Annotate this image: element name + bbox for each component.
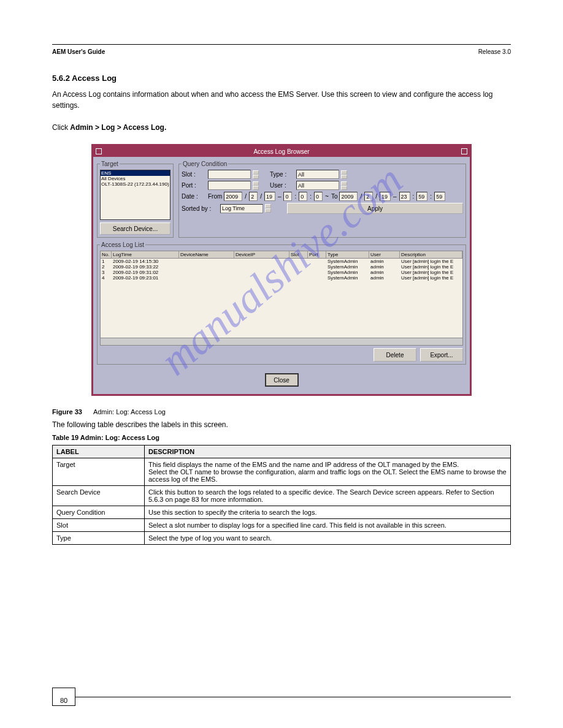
loglist-legend: Access Log List: [100, 241, 145, 248]
from-year[interactable]: 2009: [224, 192, 242, 201]
table-row[interactable]: 42009-02-19 09:23:01SystemAdminadminUser…: [101, 275, 462, 281]
page-number: 80: [52, 688, 75, 706]
col-no[interactable]: No.: [101, 251, 112, 258]
from-m[interactable]: 0: [299, 192, 307, 201]
to-year[interactable]: 2009: [339, 192, 358, 201]
to-s[interactable]: 59: [434, 192, 445, 201]
chevron-down-icon[interactable]: [341, 186, 347, 190]
user-field[interactable]: All: [296, 181, 339, 190]
table-row[interactable]: 22009-02-19 09:33:22SystemAdminadminUser…: [101, 264, 462, 270]
port-field[interactable]: [208, 181, 251, 190]
col-logtime[interactable]: LogTime: [112, 251, 179, 258]
chevron-down-icon[interactable]: [253, 175, 259, 179]
apply-button[interactable]: Apply: [287, 203, 463, 214]
col-devname[interactable]: DeviceName: [179, 251, 234, 258]
page-header: AEM User's Guide Release 3.0: [52, 48, 511, 55]
chevron-up-icon[interactable]: [265, 204, 271, 208]
target-item-selected[interactable]: ENS: [101, 170, 170, 176]
query-legend: Query Condition: [182, 161, 228, 167]
type-label: Type :: [270, 171, 294, 178]
delete-button[interactable]: Delete: [373, 348, 416, 362]
to-label: To: [331, 193, 338, 200]
to-m[interactable]: 59: [416, 192, 427, 201]
chevron-down-icon[interactable]: [341, 175, 347, 179]
log-header: No. LogTime DeviceName DeviceIP Slot Por…: [100, 251, 463, 259]
chevron-up-icon[interactable]: [253, 181, 259, 186]
port-spinner[interactable]: [253, 181, 259, 190]
col-user[interactable]: User: [369, 251, 400, 258]
col-devip[interactable]: DeviceIP: [234, 251, 289, 258]
col-type[interactable]: Type: [326, 251, 369, 258]
table-row: TargetThis field displays the name of th…: [53, 458, 511, 486]
horizontal-scrollbar[interactable]: [100, 338, 463, 346]
th-label: LABEL: [53, 446, 145, 458]
col-port[interactable]: Port: [308, 251, 326, 258]
table-title: Table 19 Admin: Log: Access Log: [52, 434, 511, 441]
titlebar: Access Log Browser: [93, 146, 470, 157]
table-row: Query ConditionUse this section to speci…: [53, 506, 511, 519]
description-table: LABEL DESCRIPTION TargetThis field displ…: [52, 445, 511, 545]
port-label: Port :: [182, 182, 206, 189]
slot-field[interactable]: [208, 170, 251, 179]
window-control-icon[interactable]: [96, 148, 102, 154]
log-body[interactable]: 12009-02-19 14:15:30SystemAdminadminUser…: [100, 259, 463, 338]
target-item[interactable]: OLT-1308S-22 (172.23.44.190): [101, 181, 170, 187]
user-spinner[interactable]: [341, 181, 347, 190]
target-group: Target ENS All Devices OLT-1308S-22 (172…: [97, 161, 174, 238]
close-button[interactable]: Close: [265, 373, 299, 387]
target-item[interactable]: All Devices: [101, 176, 170, 181]
chevron-up-icon[interactable]: [341, 170, 347, 175]
dialog-window: Access Log Browser Target ENS All Device…: [91, 144, 472, 396]
window-title: Access Log Browser: [102, 148, 461, 155]
slot-spinner[interactable]: [253, 170, 259, 179]
section-title: 5.6.2 Access Log: [52, 74, 511, 83]
from-day[interactable]: 19: [264, 192, 275, 201]
export-button[interactable]: Export...: [420, 348, 463, 362]
from-h[interactable]: 0: [283, 192, 292, 201]
chevron-down-icon[interactable]: [265, 208, 271, 213]
table-row[interactable]: 32009-02-19 09:31:02SystemAdminadminUser…: [101, 270, 462, 275]
sorted-label: Sorted by :: [182, 205, 218, 212]
figure-caption: Figure 33 Admin: Log: Access Log: [52, 408, 511, 415]
access-log-list-group: Access Log List No. LogTime DeviceName D…: [97, 241, 466, 365]
chevron-up-icon[interactable]: [341, 181, 347, 186]
from-s[interactable]: 0: [314, 192, 323, 201]
sorted-field[interactable]: Log Time: [220, 204, 263, 213]
to-day[interactable]: 19: [380, 192, 391, 201]
user-label: User :: [270, 182, 294, 189]
path-line: Click Admin > Log > Access Log.: [52, 123, 511, 132]
table-row: TypeSelect the type of log you want to s…: [53, 532, 511, 545]
chevron-up-icon[interactable]: [253, 170, 259, 175]
page-footer: 80: [52, 688, 511, 697]
table-row: SlotSelect a slot number to display logs…: [53, 519, 511, 532]
col-slot[interactable]: Slot: [289, 251, 308, 258]
search-device-button[interactable]: Search Device...: [100, 222, 170, 235]
col-desc[interactable]: Description: [400, 251, 462, 258]
date-label: Date :: [182, 193, 206, 200]
query-condition-group: Query Condition Slot : Type : All Port :: [178, 161, 466, 238]
to-month[interactable]: 2: [364, 192, 373, 201]
table-intro: The following table describes the labels…: [52, 420, 511, 429]
table-row: Search DeviceClick this button to search…: [53, 486, 511, 506]
th-desc: DESCRIPTION: [145, 446, 511, 458]
header-right: Release 3.0: [478, 48, 511, 55]
to-h[interactable]: 23: [399, 192, 410, 201]
target-list[interactable]: ENS All Devices OLT-1308S-22 (172.23.44.…: [100, 170, 170, 220]
window-square-icon[interactable]: [461, 148, 467, 154]
section-intro: An Access Log contains information about…: [52, 89, 511, 111]
screenshot-figure: manualshive.com Access Log Browser Targe…: [91, 144, 472, 396]
sorted-spinner[interactable]: [265, 204, 271, 213]
from-month[interactable]: 2: [249, 192, 258, 201]
table-row[interactable]: 12009-02-19 14:15:30SystemAdminadminUser…: [101, 259, 462, 264]
slot-label: Slot :: [182, 171, 206, 178]
target-legend: Target: [100, 161, 120, 167]
type-spinner[interactable]: [341, 170, 347, 179]
type-field[interactable]: All: [296, 170, 339, 179]
chevron-down-icon[interactable]: [253, 186, 259, 190]
header-left: AEM User's Guide: [52, 48, 105, 55]
from-label: From: [208, 193, 222, 200]
